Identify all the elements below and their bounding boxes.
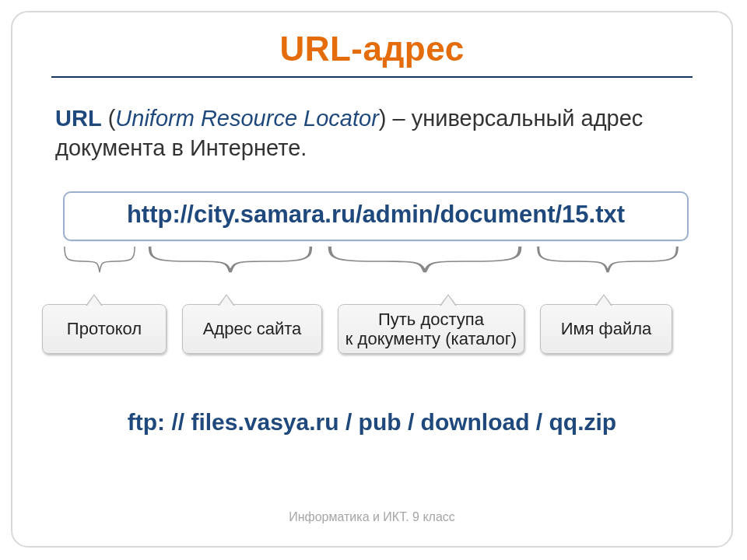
- paren-open: (: [102, 106, 116, 131]
- callout-path-label: Путь доступа к документу (каталог): [345, 310, 517, 349]
- title-underline: [51, 76, 693, 78]
- term-url: URL: [55, 106, 102, 131]
- callout-path-pointer: [440, 294, 457, 306]
- footer-text: Информатика и ИКТ. 9 класс: [12, 510, 731, 524]
- page-title: URL-адрес: [12, 30, 731, 68]
- brace-protocol: [62, 244, 137, 283]
- callout-site: Адрес сайта: [182, 304, 322, 354]
- callout-file-pointer: [595, 294, 612, 306]
- term-expansion: Uniform Resource Locator: [115, 106, 378, 131]
- intro-paragraph: URL (Uniform Resource Locator) – универс…: [55, 104, 693, 163]
- ftp-example: ftp: // files.vasya.ru / pub / download …: [12, 409, 731, 436]
- callout-protocol-pointer: [86, 294, 103, 306]
- slide-frame: URL-адрес URL (Uniform Resource Locator)…: [11, 11, 733, 548]
- callout-path: Путь доступа к документу (каталог): [338, 304, 524, 354]
- paren-close: ): [379, 106, 393, 131]
- callout-protocol: Протокол: [42, 304, 167, 354]
- callout-site-pointer: [218, 294, 235, 306]
- callout-file: Имя файла: [540, 304, 672, 354]
- callout-protocol-label: Протокол: [67, 319, 142, 338]
- callout-site-label: Адрес сайта: [203, 319, 302, 338]
- brace-path: [324, 244, 526, 283]
- url-example-box: http://city.samara.ru/admin/document/15.…: [63, 191, 689, 241]
- brace-file: [534, 244, 682, 283]
- brace-site: [145, 244, 316, 283]
- callout-file-label: Имя файла: [561, 319, 652, 338]
